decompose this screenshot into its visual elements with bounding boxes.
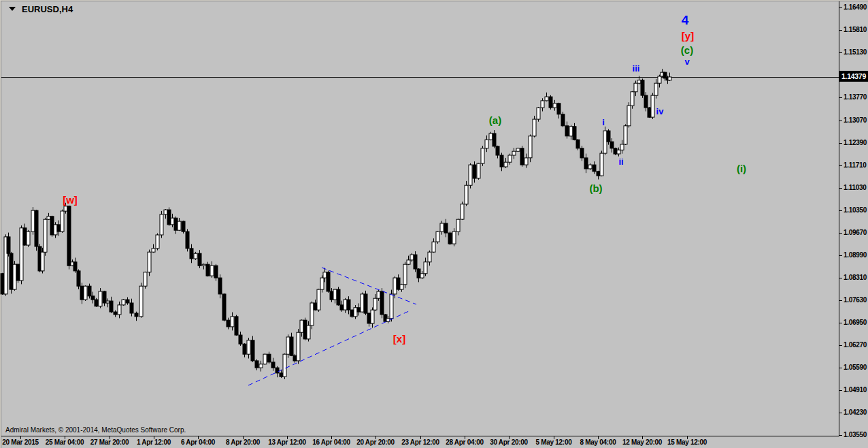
candle-body [624,126,627,144]
candle-body [320,278,324,289]
candle-body [614,148,617,154]
candle-body [424,262,427,274]
wave-label: [w] [63,194,78,206]
candle-body [631,92,634,106]
price-axis-label: 1.08310 [844,274,868,281]
trendline[interactable] [248,311,409,385]
candle-body [432,242,435,252]
price-axis-label: 1.06950 [844,319,868,326]
candle-body [330,291,333,300]
candle-body [160,214,163,235]
price-axis-label: 1.12390 [844,139,868,146]
candle-body [651,95,654,117]
chevron-down-icon[interactable] [9,7,16,11]
candle-body [588,165,592,169]
candle-body [473,165,476,178]
candle-body [545,97,548,101]
candle-body [489,133,493,140]
candle-body [373,298,377,310]
candle-body [580,148,584,158]
candle-body [317,289,320,310]
candle-body [54,225,57,235]
candle-body [198,253,201,266]
wave-label: iv [656,106,664,116]
candle-body [164,210,167,214]
candle-body [469,165,472,185]
candle-body [576,140,580,148]
candle-body [436,231,439,242]
candle-body [393,278,397,294]
price-axis-label: 1.08990 [844,251,868,259]
candle-body [390,294,393,319]
candle-body [99,291,102,306]
candle-body [541,101,544,108]
wave-label: iii [633,63,640,74]
candle-body [167,210,171,225]
candle-body [61,211,64,231]
candle-body [10,253,13,289]
candle-body [110,301,113,312]
candle-body [23,228,27,245]
candle-body [448,233,452,244]
candle-body [297,332,300,361]
candle-body [565,126,569,136]
candle-body [186,231,189,249]
candle-body [214,266,218,278]
candle-body [327,272,330,291]
candle-body [481,148,484,163]
candle-body [310,303,314,325]
candle-body [247,340,250,354]
candle-body [428,252,431,262]
chart-stage[interactable]: EURUSD,H4 1.164901.158101.151301.144501.… [0,0,868,448]
candle-body [641,80,644,95]
price-chart[interactable] [0,0,868,448]
candle-body [41,252,44,271]
candle-body [414,255,417,269]
wave-label: v [684,57,689,67]
candle-body [461,204,464,219]
wave-label: [y] [682,30,694,42]
candle-body [553,103,556,108]
candle-body [47,217,50,219]
candle-body [13,264,16,289]
wave-label: (c) [681,44,693,56]
candle-body [239,335,242,344]
candle-body [50,217,54,235]
candle-body [340,305,344,310]
candle-body [397,278,400,289]
candle-body [597,172,600,176]
candle-body [603,131,607,153]
candle-body [290,337,293,355]
candle-body [202,264,205,266]
candle-body [361,294,364,312]
candle-body [367,313,371,323]
candle-body [1,274,4,294]
candle-body [573,127,576,140]
candle-body [637,80,641,83]
candle-body [222,294,226,320]
candle-body [64,206,67,211]
candle-body [584,158,588,169]
candle-body [592,165,596,172]
candle-body [267,354,271,362]
candle-body [452,231,456,244]
wave-label: (i) [737,163,746,174]
price-axis-label: 1.07630 [844,296,868,304]
candle-body [190,249,193,259]
candle-body [300,320,303,332]
time-axis-label: 15 May 12:00 [658,438,716,446]
candle-body [516,148,520,151]
candle-body [610,142,614,148]
candle-body [27,231,30,245]
candle-body [35,210,38,246]
copyright-text: Admiral Markets, © 2001-2014, MetaQuotes… [5,426,186,434]
candle-body [617,150,620,154]
candle-body [477,163,480,178]
candle-body [84,286,87,300]
candle-body [512,151,516,155]
candle-body [440,223,444,231]
price-axis-label: 1.16490 [844,3,868,11]
candle-body [600,153,603,176]
price-axis-label: 1.11030 [844,184,868,191]
candle-body [303,320,307,339]
